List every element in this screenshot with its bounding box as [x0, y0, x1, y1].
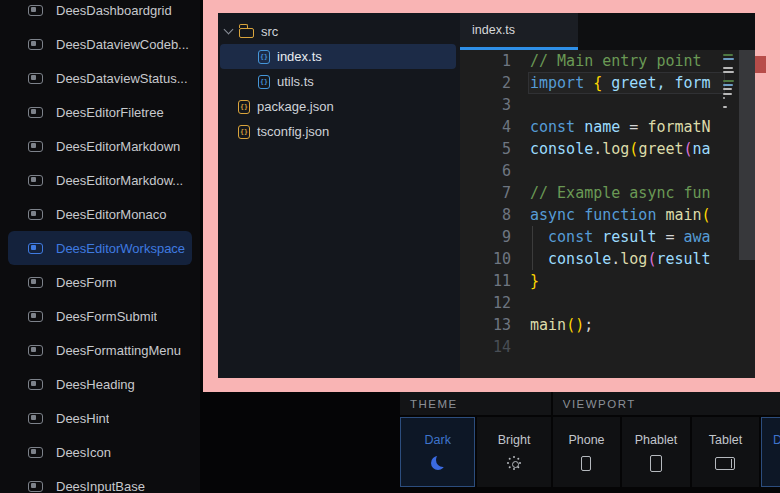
file-name: index.ts — [277, 49, 322, 64]
minimap-line — [723, 63, 738, 65]
sidebar-item-label: DeesFormSubmit — [56, 309, 157, 324]
sidebar-item-label: DeesIcon — [56, 445, 111, 460]
minimap[interactable] — [723, 54, 738, 114]
phone-button[interactable]: Phone — [553, 417, 620, 487]
line-number: 10 — [460, 248, 511, 270]
chevron-down-icon[interactable] — [224, 25, 234, 35]
line-number: 8 — [460, 204, 511, 226]
overview-ruler-marker — [755, 56, 766, 73]
code-line-12: 12 — [460, 292, 755, 314]
sidebar-item-label: DeesDashboardgrid — [56, 3, 172, 18]
code-line-1: 1// Main entry point — [460, 50, 755, 72]
sidebar-item-label: DeesHint — [56, 411, 109, 426]
component-icon — [28, 311, 43, 322]
minimap-line — [723, 88, 732, 90]
dark-button[interactable]: Dark — [400, 417, 475, 487]
json-file-icon: {} — [238, 125, 250, 139]
component-icon — [28, 447, 43, 458]
sidebar-item-deeseditorfiletree[interactable]: DeesEditorFiletree — [8, 95, 192, 129]
button-label: Tablet — [709, 433, 742, 447]
phablet-button[interactable]: Phablet — [622, 417, 689, 487]
component-sidebar: DeesDashboardgridDeesDataviewCodeb...Dee… — [0, 0, 200, 493]
line-number: 2 — [460, 72, 511, 94]
sidebar-item-deeseditormarkdow[interactable]: DeesEditorMarkdow... — [8, 163, 192, 197]
sidebar-item-deesicon[interactable]: DeesIcon — [8, 435, 192, 469]
sidebar-item-label: DeesForm — [56, 275, 117, 290]
minimap-line — [723, 101, 738, 103]
toolbar-buttons: PhonePhabletTabletDesktopNative — [553, 417, 780, 487]
sidebar-item-deesinputbase[interactable]: DeesInputBase — [8, 469, 192, 493]
code-editor[interactable]: 1// Main entry point2import { greet, for… — [460, 50, 755, 378]
file-tree-item-package-json[interactable]: {}package.json — [220, 94, 456, 119]
component-icon — [28, 481, 43, 492]
component-icon — [28, 39, 43, 50]
sidebar-item-deesformattingmenu[interactable]: DeesFormattingMenu — [8, 333, 192, 367]
component-icon — [28, 5, 43, 16]
code-line-13: 13main(); — [460, 314, 755, 336]
sidebar-item-deesdashboardgrid[interactable]: DeesDashboardgrid — [8, 0, 192, 27]
toolbar-section-theme: THEMEDarkBright — [400, 392, 551, 493]
code-text: // Main entry point — [511, 50, 702, 72]
line-number: 14 — [460, 336, 511, 358]
sidebar-item-label: DeesEditorMarkdown — [56, 139, 180, 154]
line-number: 4 — [460, 116, 511, 138]
editor-tabbar: index.ts — [460, 13, 755, 50]
tab-index-ts[interactable]: index.ts — [460, 13, 578, 50]
button-label: Bright — [498, 433, 531, 447]
component-icon — [28, 413, 43, 424]
minimap-line — [723, 71, 734, 73]
component-icon — [28, 243, 43, 254]
sidebar-item-deesdataviewcodeb[interactable]: DeesDataviewCodeb... — [8, 27, 192, 61]
file-tree-item-utils-ts[interactable]: {}utils.ts — [220, 69, 456, 94]
file-tree-item-tsconfig-json[interactable]: {}tsconfig.json — [220, 119, 456, 144]
sidebar-item-deeseditorworkspace[interactable]: DeesEditorWorkspace — [8, 231, 192, 265]
file-tree-item-src[interactable]: src — [220, 19, 456, 44]
tablet-button[interactable]: Tablet — [692, 417, 759, 487]
file-name: tsconfig.json — [257, 124, 329, 139]
minimap-line — [723, 97, 725, 99]
code-line-7: 7// Example async fun — [460, 182, 755, 204]
sidebar-item-label: DeesEditorMarkdow... — [56, 173, 183, 188]
code-text: const name = formatN — [511, 116, 711, 138]
editor-scrollbar[interactable] — [739, 50, 755, 378]
sidebar-item-deeseditormonaco[interactable]: DeesEditorMonaco — [8, 197, 192, 231]
sidebar-item-label: DeesEditorFiletree — [56, 105, 164, 120]
file-name: src — [261, 24, 278, 39]
code-text — [511, 160, 530, 182]
sidebar-item-deeseditormarkdown[interactable]: DeesEditorMarkdown — [8, 129, 192, 163]
bright-button[interactable]: Bright — [477, 417, 550, 487]
phone-icon — [581, 455, 591, 471]
code-text — [511, 94, 530, 116]
folder-icon — [239, 28, 254, 38]
line-number: 12 — [460, 292, 511, 314]
minimap-line — [723, 84, 733, 86]
minimap-line — [723, 54, 733, 56]
file-tree-item-index-ts[interactable]: {}index.ts — [220, 44, 456, 69]
toolbar-section-header: THEME — [400, 392, 551, 415]
sun-icon — [506, 455, 522, 471]
line-number: 11 — [460, 270, 511, 292]
json-file-icon: {} — [238, 100, 250, 114]
sidebar-item-label: DeesInputBase — [56, 479, 145, 493]
toolbar-section-viewport: VIEWPORTPhonePhabletTabletDesktopNative — [553, 392, 780, 493]
minimap-line — [723, 80, 734, 82]
desktop-button[interactable]: Desktop — [761, 417, 780, 487]
sidebar-item-label: DeesHeading — [56, 377, 135, 392]
scrollbar-slider[interactable] — [739, 50, 755, 260]
code-text: console.log(result — [511, 248, 711, 270]
sidebar-item-deesform[interactable]: DeesForm — [8, 265, 192, 299]
moon-icon — [431, 455, 445, 471]
minimap-line — [723, 110, 738, 112]
sidebar-item-deesheading[interactable]: DeesHeading — [8, 367, 192, 401]
code-text: main(); — [511, 314, 593, 336]
minimap-line — [723, 58, 734, 60]
sidebar-item-deeshint[interactable]: DeesHint — [8, 401, 192, 435]
sidebar-item-deesformsubmit[interactable]: DeesFormSubmit — [8, 299, 192, 333]
file-name: utils.ts — [277, 74, 314, 89]
component-icon — [28, 175, 43, 186]
code-text: console.log(greet(na — [511, 138, 711, 160]
component-icon — [28, 107, 43, 118]
sidebar-item-deesdataviewstatus[interactable]: DeesDataviewStatus... — [8, 61, 192, 95]
sidebar-item-label: DeesFormattingMenu — [56, 343, 181, 358]
sidebar-item-label: DeesDataviewCodeb... — [56, 37, 189, 52]
